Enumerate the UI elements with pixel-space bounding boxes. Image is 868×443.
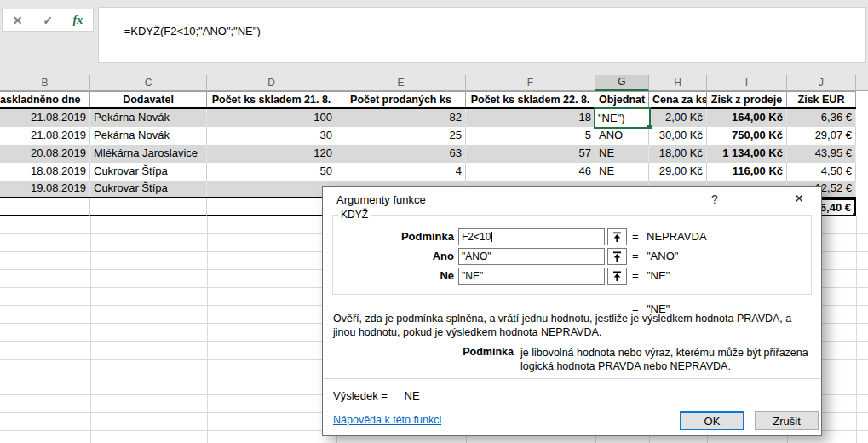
table-header-cell[interactable]: Zisk z prodeje: [707, 92, 787, 107]
column-header-d[interactable]: D: [207, 75, 336, 91]
cell[interactable]: 4: [336, 163, 466, 181]
cell[interactable]: NE: [595, 163, 649, 181]
cell[interactable]: 20.08.2019: [0, 145, 90, 163]
table-header-cell[interactable]: askladněno dne: [0, 92, 90, 107]
column-headers-row: B C D E F G H I J: [0, 75, 868, 91]
cell[interactable]: [0, 198, 90, 216]
result-label: Výsledek =: [333, 389, 388, 402]
argument-help-text: je libovolná hodnota nebo výraz, kterému…: [520, 346, 810, 373]
cell[interactable]: 43,95 €: [787, 145, 856, 163]
cell[interactable]: 21.08.2019: [0, 109, 90, 127]
ne-value: "NE": [462, 270, 483, 282]
cell[interactable]: [207, 198, 336, 216]
podminka-value: F2<10: [462, 231, 491, 243]
formula-text: =KDYŽ(F2<10;"ANO";"NE"): [124, 25, 261, 37]
cell[interactable]: 19.08.2019: [0, 181, 90, 197]
insert-function-icon[interactable]: fx: [72, 14, 83, 27]
divider: [323, 378, 821, 379]
confirm-icon[interactable]: ✓: [43, 14, 53, 27]
cell[interactable]: 100: [207, 109, 336, 127]
argument-result: NEPRAVDA: [647, 228, 707, 245]
ok-button[interactable]: OK: [680, 411, 744, 430]
cell[interactable]: 1 134,00 Kč: [707, 145, 787, 163]
column-header-f[interactable]: F: [466, 75, 595, 91]
column-header-j[interactable]: J: [787, 75, 856, 91]
cell[interactable]: 63: [336, 145, 466, 163]
cell[interactable]: 116,00 Kč: [707, 163, 787, 181]
cell[interactable]: 30,00 Kč: [649, 127, 707, 145]
column-header-i[interactable]: I: [707, 75, 787, 91]
table-header-cell[interactable]: Počet ks skladem 21. 8.: [207, 92, 336, 107]
cell[interactable]: 57: [466, 145, 595, 163]
table-header-cell[interactable]: Dodavatel: [90, 92, 207, 107]
cell[interactable]: 30: [207, 127, 336, 145]
column-header-g-selected[interactable]: G: [595, 75, 649, 91]
ano-input[interactable]: "ANO": [458, 248, 605, 265]
ne-input[interactable]: "NE": [458, 268, 605, 285]
cell[interactable]: 18: [466, 109, 595, 127]
cell[interactable]: 2,00 Kč: [649, 109, 707, 127]
cell[interactable]: [207, 181, 336, 197]
cell[interactable]: 82: [336, 109, 466, 127]
table-header-cell[interactable]: Počet prodaných ks: [336, 92, 466, 107]
equals-sign: =: [632, 268, 639, 285]
cell[interactable]: 29,00 Kč: [649, 163, 707, 181]
cancel-button[interactable]: Zrušit: [755, 411, 819, 430]
table-header-cell[interactable]: Objednat: [595, 92, 649, 107]
collapse-dialog-button[interactable]: [607, 268, 627, 285]
cell[interactable]: 18,00 Kč: [649, 145, 707, 163]
table-row: 21.08.2019 Pekárna Novák 30 25 5 ANO 30,…: [0, 127, 856, 145]
result-value: NE: [405, 389, 420, 402]
active-cell-text: "NE"): [598, 112, 625, 124]
dialog-title: Argumenty funkce: [336, 193, 426, 206]
column-header-e[interactable]: E: [336, 75, 466, 91]
function-name-label: KDYŽ: [338, 209, 371, 221]
cell[interactable]: Cukrovar Štípa: [90, 163, 207, 181]
formula-input[interactable]: =KDYŽ(F2<10;"ANO";"NE"): [98, 7, 866, 63]
help-icon[interactable]: ?: [706, 193, 723, 206]
column-header-h[interactable]: H: [649, 75, 707, 91]
cell[interactable]: 750,00 Kč: [707, 127, 787, 145]
fill-handle[interactable]: [647, 125, 652, 129]
cell[interactable]: Pekárna Novák: [90, 109, 207, 127]
argument-label: Ano: [333, 248, 454, 265]
cell[interactable]: Mlékárna Jaroslavice: [90, 145, 207, 163]
cell[interactable]: 25: [336, 127, 466, 145]
cell[interactable]: 21.08.2019: [0, 127, 90, 145]
refedit-icon: [612, 271, 622, 282]
podminka-input[interactable]: F2<10: [458, 228, 605, 245]
cell[interactable]: 18.08.2019: [0, 163, 90, 181]
formula-bar: ✕ ✓ fx =KDYŽ(F2<10;"ANO";"NE"): [0, 0, 868, 75]
argument-label: Podmínka: [333, 228, 454, 245]
table-header-cell[interactable]: Cena za ks: [649, 92, 707, 107]
text-cursor: [491, 232, 492, 242]
cell[interactable]: NE: [595, 145, 649, 163]
cell[interactable]: 5: [466, 127, 595, 145]
function-help-link[interactable]: Nápověda k této funkci: [333, 414, 441, 426]
column-header-c[interactable]: C: [90, 75, 207, 91]
cell[interactable]: 6,36 €: [787, 109, 856, 127]
excel-window: ✕ ✓ fx =KDYŽ(F2<10;"ANO";"NE") B C D E F…: [0, 0, 868, 443]
cell[interactable]: Pekárna Novák: [90, 127, 207, 145]
table-header-cell[interactable]: Zisk EUR: [787, 92, 856, 107]
cancel-icon[interactable]: ✕: [13, 14, 23, 27]
table-row: 18.08.2019 Cukrovar Štípa 50 4 46 NE 29,…: [0, 163, 856, 181]
equals-sign: =: [632, 228, 639, 245]
formula-bar-buttons: ✕ ✓ fx: [2, 9, 94, 32]
cell[interactable]: 46: [466, 163, 595, 181]
collapse-dialog-button[interactable]: [607, 248, 627, 265]
active-cell-g2[interactable]: "NE"): [594, 107, 651, 129]
cell[interactable]: [90, 198, 207, 216]
cell[interactable]: 164,00 Kč: [707, 109, 787, 127]
cell[interactable]: Cukrovar Štípa: [90, 181, 207, 197]
table-header-cell[interactable]: Počet ks skladem 22. 8.: [466, 92, 595, 107]
cell[interactable]: ANO: [595, 127, 649, 145]
collapse-dialog-button[interactable]: [607, 228, 627, 245]
cell[interactable]: 4,50 €: [787, 163, 856, 181]
cell[interactable]: 50: [207, 163, 336, 181]
column-header-b[interactable]: B: [0, 75, 90, 91]
table-row: 21.08.2019 Pekárna Novák 100 82 18 2,00 …: [0, 109, 856, 127]
cell[interactable]: 29,07 €: [787, 127, 856, 145]
close-icon[interactable]: ✕: [788, 192, 810, 205]
cell[interactable]: 120: [207, 145, 336, 163]
